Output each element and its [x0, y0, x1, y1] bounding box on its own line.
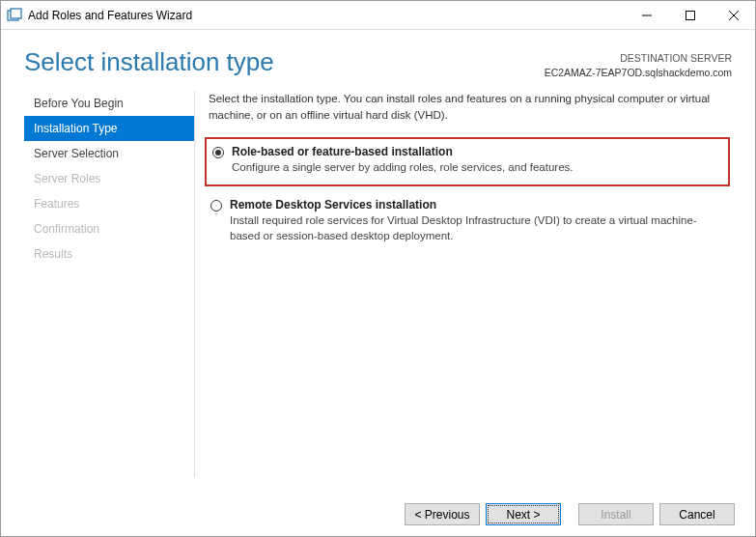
body-area: Before You Begin Installation Type Serve…: [1, 79, 755, 477]
window-title: Add Roles and Features Wizard: [28, 9, 625, 22]
option-title: Role-based or feature-based installation: [232, 145, 724, 158]
cancel-button[interactable]: Cancel: [659, 503, 735, 525]
next-button[interactable]: Next >: [486, 503, 561, 525]
option-desc: Install required role services for Virtu…: [230, 212, 726, 243]
header-area: Select installation type DESTINATION SER…: [1, 30, 755, 79]
intro-text: Select the installation type. You can in…: [209, 91, 732, 123]
sidebar-item-before-you-begin[interactable]: Before You Begin: [24, 91, 194, 116]
app-icon: [7, 8, 22, 23]
radio-remote-desktop[interactable]: [210, 200, 222, 212]
radio-role-based[interactable]: [212, 147, 224, 158]
minimize-button[interactable]: [625, 1, 668, 29]
svg-rect-3: [686, 11, 694, 19]
option-desc: Configure a single server by adding role…: [232, 159, 724, 175]
option-text: Remote Desktop Services installation Ins…: [230, 198, 726, 243]
sidebar-item-server-roles: Server Roles: [24, 166, 194, 191]
previous-button[interactable]: < Previous: [405, 503, 480, 525]
option-role-based[interactable]: Role-based or feature-based installation…: [205, 137, 730, 186]
destination-block: DESTINATION SERVER EC2AMAZ-7EAP7OD.sqlsh…: [545, 47, 732, 79]
content-area: Select the installation type. You can in…: [194, 91, 732, 477]
sidebar-item-confirmation: Confirmation: [24, 216, 194, 241]
sidebar-item-features: Features: [24, 191, 194, 216]
sidebar-item-server-selection[interactable]: Server Selection: [24, 141, 194, 166]
close-button[interactable]: [712, 1, 755, 29]
sidebar-item-installation-type[interactable]: Installation Type: [24, 116, 194, 141]
sidebar-item-results: Results: [24, 241, 194, 267]
svg-rect-1: [11, 9, 21, 18]
page-title: Select installation type: [24, 47, 274, 77]
footer: < Previous Next > Install Cancel: [0, 491, 756, 537]
destination-label: DESTINATION SERVER: [545, 51, 732, 66]
option-title: Remote Desktop Services installation: [230, 198, 726, 212]
install-button: Install: [578, 503, 654, 525]
option-remote-desktop[interactable]: Remote Desktop Services installation Ins…: [209, 192, 726, 253]
sidebar: Before You Begin Installation Type Serve…: [24, 91, 194, 477]
window-controls: [625, 1, 755, 29]
destination-value: EC2AMAZ-7EAP7OD.sqlshackdemo.com: [545, 66, 732, 80]
option-text: Role-based or feature-based installation…: [232, 145, 724, 175]
titlebar: Add Roles and Features Wizard: [1, 1, 755, 30]
maximize-button[interactable]: [668, 1, 712, 29]
